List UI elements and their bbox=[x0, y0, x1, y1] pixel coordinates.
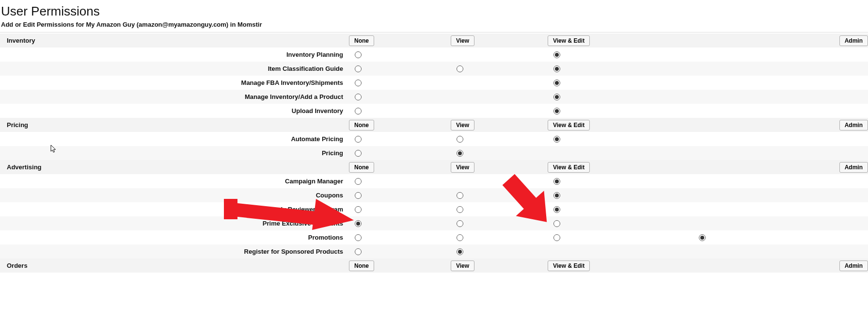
section-header-row: OrdersNoneViewView & EditAdmin bbox=[0, 259, 868, 273]
section-name: Advertising bbox=[0, 163, 42, 171]
header-none-button[interactable]: None bbox=[349, 120, 374, 130]
radio-none[interactable] bbox=[355, 94, 362, 100]
section-header-row: InventoryNoneViewView & EditAdmin bbox=[0, 33, 868, 48]
permission-row: Item Classification Guide bbox=[0, 62, 868, 76]
permission-row: Register for Sponsored Products bbox=[0, 244, 868, 259]
radio-none[interactable] bbox=[355, 234, 362, 241]
radio-none[interactable] bbox=[355, 108, 362, 114]
permission-row: Pricing bbox=[0, 146, 868, 160]
section-header-row: PricingNoneViewView & EditAdmin bbox=[0, 118, 868, 132]
section-name: Orders bbox=[0, 262, 28, 269]
permission-row: Coupons bbox=[0, 188, 868, 202]
permission-row: Prime Exclusive Discounts bbox=[0, 216, 868, 230]
permission-label: Coupons bbox=[0, 192, 349, 199]
permission-row: Upload Inventory bbox=[0, 104, 868, 118]
permission-label: Pricing bbox=[0, 149, 349, 157]
page-subtitle: Add or Edit Permissions for My Amazon Gu… bbox=[1, 21, 868, 28]
radio-none[interactable] bbox=[355, 51, 362, 58]
section-name: Inventory bbox=[0, 37, 35, 44]
radio-none[interactable] bbox=[355, 248, 362, 255]
radio-none[interactable] bbox=[355, 206, 362, 213]
header-view-button[interactable]: View bbox=[451, 260, 474, 271]
radio-none[interactable] bbox=[355, 192, 362, 199]
radio-view[interactable] bbox=[457, 220, 463, 227]
radio-view-edit[interactable] bbox=[553, 51, 560, 58]
header-admin-button[interactable]: Admin bbox=[839, 260, 868, 271]
permission-label: Automate Pricing bbox=[0, 135, 349, 143]
header-none-button[interactable]: None bbox=[349, 35, 374, 46]
radio-none[interactable] bbox=[355, 150, 362, 157]
header-view-edit-button[interactable]: View & Edit bbox=[548, 35, 590, 46]
radio-view-edit[interactable] bbox=[553, 234, 560, 241]
header-admin-button[interactable]: Admin bbox=[839, 35, 868, 46]
header-admin-button[interactable]: Admin bbox=[839, 120, 868, 130]
permission-row: Automate Pricing bbox=[0, 132, 868, 146]
permission-label: Register for Sponsored Products bbox=[0, 248, 349, 255]
permission-label: Manage FBA Inventory/Shipments bbox=[0, 79, 349, 86]
radio-view[interactable] bbox=[457, 136, 463, 143]
permission-label: Upload Inventory bbox=[0, 107, 349, 114]
radio-view[interactable] bbox=[457, 192, 463, 199]
header-none-button[interactable]: None bbox=[349, 162, 374, 173]
radio-view[interactable] bbox=[457, 150, 463, 157]
header-view-edit-button[interactable]: View & Edit bbox=[548, 162, 590, 173]
permission-label: Inventory Planning bbox=[0, 51, 349, 58]
radio-none[interactable] bbox=[355, 136, 362, 143]
radio-view[interactable] bbox=[457, 234, 463, 241]
header-view-edit-button[interactable]: View & Edit bbox=[548, 260, 590, 271]
radio-view-edit[interactable] bbox=[553, 206, 560, 213]
permission-row: Manage Inventory/Add a Product bbox=[0, 90, 868, 104]
radio-view-edit[interactable] bbox=[553, 178, 560, 185]
radio-view-edit[interactable] bbox=[553, 192, 560, 199]
radio-view[interactable] bbox=[457, 65, 463, 72]
page-title: User Permissions bbox=[1, 4, 868, 19]
permission-row: Promotions bbox=[0, 230, 868, 244]
permission-row: Early Reviewer Program bbox=[0, 202, 868, 216]
section-name: Pricing bbox=[0, 121, 28, 129]
radio-view[interactable] bbox=[457, 248, 463, 255]
header-none-button[interactable]: None bbox=[349, 260, 374, 271]
permission-label: Prime Exclusive Discounts bbox=[0, 220, 349, 227]
header-view-button[interactable]: View bbox=[451, 120, 474, 130]
permission-row: Campaign Manager bbox=[0, 174, 868, 188]
section-header-row: AdvertisingNoneViewView & EditAdmin bbox=[0, 160, 868, 174]
radio-view[interactable] bbox=[457, 206, 463, 213]
header-view-edit-button[interactable]: View & Edit bbox=[548, 120, 590, 130]
radio-none[interactable] bbox=[355, 80, 362, 86]
radio-view-edit[interactable] bbox=[553, 94, 560, 100]
radio-view-edit[interactable] bbox=[553, 220, 560, 227]
header-admin-button[interactable]: Admin bbox=[839, 162, 868, 173]
permission-label: Manage Inventory/Add a Product bbox=[0, 93, 349, 100]
permission-label: Promotions bbox=[0, 234, 349, 241]
radio-view-edit[interactable] bbox=[553, 80, 560, 86]
divider bbox=[0, 32, 868, 33]
permission-label: Item Classification Guide bbox=[0, 65, 349, 72]
permissions-table: InventoryNoneViewView & EditAdminInvento… bbox=[0, 33, 868, 273]
radio-view-edit[interactable] bbox=[553, 65, 560, 72]
radio-none[interactable] bbox=[355, 178, 362, 185]
permission-label: Early Reviewer Program bbox=[0, 206, 349, 213]
radio-admin[interactable] bbox=[699, 234, 706, 241]
radio-none[interactable] bbox=[355, 220, 362, 227]
radio-view-edit[interactable] bbox=[553, 136, 560, 143]
permission-row: Manage FBA Inventory/Shipments bbox=[0, 76, 868, 90]
permission-label: Campaign Manager bbox=[0, 178, 349, 185]
radio-none[interactable] bbox=[355, 65, 362, 72]
radio-view-edit[interactable] bbox=[553, 108, 560, 114]
header-view-button[interactable]: View bbox=[451, 162, 474, 173]
header-view-button[interactable]: View bbox=[451, 35, 474, 46]
permission-row: Inventory Planning bbox=[0, 48, 868, 62]
